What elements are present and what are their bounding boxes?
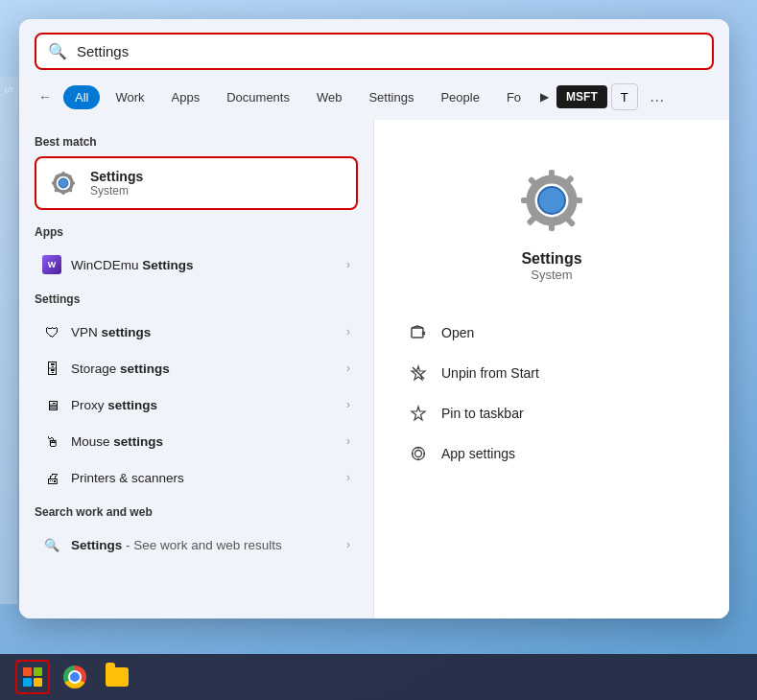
search-input-wrapper: 🔍 <box>35 33 714 70</box>
settings-web-label: Settings - See work and web results <box>71 538 337 552</box>
vpn-chevron-icon: › <box>346 325 350 338</box>
search-bar-area: 🔍 <box>19 19 729 83</box>
svg-point-0 <box>59 178 68 188</box>
settings-section-title: Settings <box>35 292 358 306</box>
mouse-chevron-icon: › <box>346 434 350 448</box>
best-match-name: Settings <box>90 169 143 184</box>
search-panel: 🔍 ← All Work Apps Documents Web Settings… <box>19 19 729 618</box>
right-actions: Open Unpin from Start <box>397 313 706 474</box>
tab-all[interactable]: All <box>63 85 100 109</box>
vpn-icon: 🛡 <box>42 322 61 341</box>
back-arrow-icon: ← <box>38 89 52 105</box>
back-button[interactable]: ← <box>31 85 59 108</box>
svg-rect-20 <box>412 328 423 338</box>
wincdemu-chevron-icon: › <box>346 258 350 271</box>
svg-rect-5 <box>71 182 75 185</box>
right-item-sub: System <box>531 268 572 282</box>
proxy-label: Proxy settings <box>71 398 337 412</box>
wincdemu-label: WinCDEmu Settings <box>71 258 337 272</box>
tab-play-button[interactable]: ▶ <box>536 86 553 107</box>
storage-icon: 🗄 <box>42 359 61 378</box>
proxy-icon: 🖥 <box>42 395 61 414</box>
best-match-item[interactable]: Settings System <box>35 156 358 210</box>
left-panel: Best match <box>19 120 374 618</box>
wincdemu-item[interactable]: W WinCDEmu Settings › <box>35 246 358 283</box>
best-match-sub: System <box>90 184 143 198</box>
chrome-icon <box>63 665 86 688</box>
tab-t[interactable]: T <box>611 83 638 110</box>
svg-rect-3 <box>62 191 65 195</box>
svg-rect-4 <box>52 182 56 185</box>
tab-apps[interactable]: Apps <box>160 85 212 109</box>
svg-point-22 <box>415 451 422 457</box>
tab-people[interactable]: People <box>429 85 490 109</box>
action-pin-taskbar-label: Pin to taskbar <box>441 406 524 421</box>
action-open-label: Open <box>441 325 474 340</box>
tab-work[interactable]: Work <box>104 85 155 109</box>
search-web-title: Search work and web <box>35 505 358 519</box>
action-app-settings-label: App settings <box>441 446 515 461</box>
desktop-strip: S <box>0 77 17 604</box>
windows-icon <box>23 667 42 687</box>
right-icon-area: Settings System <box>513 143 590 282</box>
printers-label: Printers & scanners <box>71 471 337 485</box>
storage-chevron-icon: › <box>346 362 350 375</box>
settings-web-item[interactable]: 🔍 Settings - See work and web results › <box>35 526 358 563</box>
settings-web-chevron-icon: › <box>346 538 350 551</box>
svg-point-23 <box>413 448 425 460</box>
proxy-settings-item[interactable]: 🖥 Proxy settings › <box>35 386 358 423</box>
search-icon: 🔍 <box>48 42 67 60</box>
chrome-button[interactable] <box>58 660 92 694</box>
tab-fo[interactable]: Fo <box>495 85 532 109</box>
action-unpin-label: Unpin from Start <box>441 365 539 381</box>
filter-tabs: ← All Work Apps Documents Web Settings P… <box>19 83 729 120</box>
tab-settings[interactable]: Settings <box>357 85 425 109</box>
tab-msft[interactable]: MSFT <box>556 85 607 108</box>
mouse-icon: 🖱 <box>42 432 61 451</box>
best-match-title: Best match <box>35 135 358 149</box>
svg-rect-2 <box>62 172 65 175</box>
tab-documents[interactable]: Documents <box>215 85 301 109</box>
settings-gear-icon-large <box>513 162 590 239</box>
right-item-name: Settings <box>521 250 581 268</box>
storage-settings-item[interactable]: 🗄 Storage settings › <box>35 350 358 386</box>
search-web-icon: 🔍 <box>42 535 61 554</box>
printers-chevron-icon: › <box>346 471 350 484</box>
best-match-info: Settings System <box>90 169 143 198</box>
svg-rect-14 <box>521 198 531 203</box>
mouse-label: Mouse settings <box>71 434 337 449</box>
start-button[interactable] <box>15 660 50 694</box>
svg-rect-12 <box>549 170 555 179</box>
settings-gear-icon-small <box>48 168 79 198</box>
printer-icon: 🖨 <box>42 468 61 487</box>
app-settings-icon <box>409 444 428 463</box>
mouse-settings-item[interactable]: 🖱 Mouse settings › <box>35 423 358 459</box>
vpn-label: VPN settings <box>71 325 337 339</box>
svg-point-10 <box>538 187 565 214</box>
action-open[interactable]: Open <box>397 313 706 353</box>
action-app-settings[interactable]: App settings <box>397 433 706 474</box>
folder-icon <box>106 667 129 687</box>
wincdemu-icon: W <box>42 255 61 274</box>
storage-label: Storage settings <box>71 362 337 376</box>
open-icon <box>409 323 428 342</box>
right-panel: Settings System Open <box>374 120 729 618</box>
action-unpin[interactable]: Unpin from Start <box>397 353 706 393</box>
search-input[interactable] <box>77 43 700 59</box>
vpn-settings-item[interactable]: 🛡 VPN settings › <box>35 314 358 350</box>
printers-item[interactable]: 🖨 Printers & scanners › <box>35 459 358 496</box>
pin-taskbar-icon <box>409 404 428 423</box>
unpin-icon <box>409 363 428 383</box>
taskbar <box>0 654 757 700</box>
folder-button[interactable] <box>100 660 134 694</box>
tab-more-button[interactable]: … <box>642 84 673 109</box>
proxy-chevron-icon: › <box>346 398 350 411</box>
apps-section-title: Apps <box>35 225 358 239</box>
content-area: Best match <box>19 120 729 618</box>
action-pin-taskbar[interactable]: Pin to taskbar <box>397 393 706 433</box>
svg-rect-13 <box>549 222 555 231</box>
tab-web[interactable]: Web <box>305 85 354 109</box>
svg-rect-15 <box>573 198 582 203</box>
